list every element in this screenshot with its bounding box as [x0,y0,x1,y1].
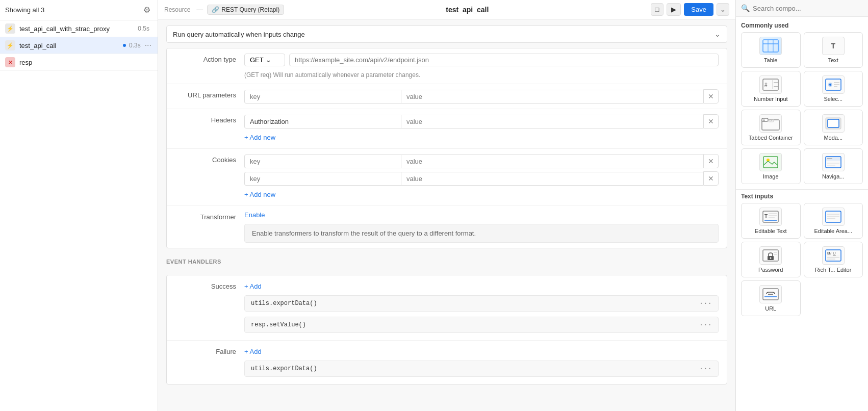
failure-content: + Add utils.exportData() ··· [244,346,719,379]
component-card-url[interactable]: URL [741,280,801,316]
component-card-editable-area[interactable]: Editable Area... [804,203,863,239]
component-card-number-input[interactable]: # — — Number Input [741,71,801,107]
chevron-down-icon: ⌄ [714,30,721,38]
sidebar-list: ⚡ test_api_call_with_strac_proxy 0.5s ⚡ … [0,20,158,411]
text-inputs-label: Text inputs [736,189,868,203]
component-card-text[interactable]: T Text [804,32,863,68]
action-type-content: GET ⌄ (GET req) Will run automatically w… [244,54,719,79]
cookies-value-input-2[interactable] [401,172,703,186]
run-button[interactable]: ▶ [667,3,681,16]
cookies-value-input-1[interactable] [401,155,703,168]
action-type-select[interactable]: GET ⌄ [244,54,285,66]
table-label: Table [764,57,777,63]
event-handlers-section: Success + Add utils.exportData() ··· res… [166,275,727,384]
headers-add-new-button[interactable]: + Add new [244,132,719,143]
action-type-label: Action type [175,54,236,63]
top-bar-actions: □ ▶ Save ⌄ [651,3,730,16]
navigate-label: Naviga... [822,173,844,179]
component-card-modal[interactable]: Moda... [804,110,863,145]
text-label: Text [828,57,838,63]
save-button[interactable]: Save [684,3,713,16]
run-query-text: Run query automatically when inputs chan… [173,31,714,38]
image-icon [759,153,782,171]
text-inputs-grid: T Editable Text Editable Area... [736,203,868,321]
url-params-value-input[interactable] [401,90,703,104]
cookies-add-new-button[interactable]: + Add new [244,189,719,200]
chevron-button[interactable]: ⌄ [717,3,729,16]
component-card-rich-text[interactable]: B I U Rich T... Editor [804,242,863,277]
url-label: URL [765,305,776,312]
sidebar-item-test-api-call[interactable]: ⚡ test_api_call 0.3s ··· [0,37,158,54]
editable-area-label: Editable Area... [814,228,852,234]
filter-button[interactable]: ⚙ [141,4,152,16]
headers-content: ✕ + Add new [244,114,719,143]
failure-add-button[interactable]: + Add [244,346,719,357]
component-card-table[interactable]: Table [741,32,801,68]
action-type-section: Action type GET ⌄ (GET req) Will run aut… [166,48,727,248]
component-card-image[interactable]: Image [741,148,801,184]
component-card-tabbed-container[interactable]: A B Tabbed Container [741,110,801,145]
enable-link[interactable]: Enable [244,211,719,219]
modal-label: Moda... [824,135,843,141]
number-input-icon: # — — [759,75,782,94]
sidebar-item-test-api-call-with-strac-proxy[interactable]: ⚡ test_api_call_with_strac_proxy 0.5s [0,20,158,37]
url-params-label: URL parameters [175,89,236,99]
success-handler-1: utils.exportData() ··· [244,295,719,312]
component-card-navigate[interactable]: Naviga... [804,148,863,184]
rest-icon: 🔗 [212,6,219,13]
headers-value-input[interactable] [401,115,703,129]
failure-handler-1: utils.exportData() ··· [244,361,719,377]
more-options-button[interactable]: ··· [144,41,152,50]
failure-row: Failure + Add utils.exportData() ··· [167,341,727,384]
svg-rect-35 [826,211,841,222]
cookies-key-input-2[interactable] [244,172,401,186]
headers-key-input[interactable] [244,115,401,129]
run-query-bar[interactable]: Run query automatically when inputs chan… [166,25,727,43]
success-row: Success + Add utils.exportData() ··· res… [167,275,727,341]
success-label: Success [175,280,236,290]
top-bar: Resource — 🔗 REST Query (Retapi) test_ap… [158,0,735,19]
lightning-icon: ⚡ [5,23,15,34]
success-handler-more-1[interactable]: ··· [699,299,712,307]
sidebar-item-resp[interactable]: ✕ resp [0,54,158,71]
item-time-2: 0.3s [129,42,141,49]
modal-icon [822,114,845,133]
failure-handler-code-1: utils.exportData() [251,365,317,372]
left-sidebar: Showing all 3 ⚙ ⚡ test_api_call_with_str… [0,0,158,411]
success-handler-more-2[interactable]: ··· [699,321,712,329]
svg-rect-21 [828,119,839,127]
svg-text:U: U [833,251,836,255]
headers-delete-button[interactable]: ✕ [703,114,719,129]
cookies-key-input-1[interactable] [244,155,401,168]
component-card-select[interactable]: Selec... [804,71,863,107]
resource-label: Resource [164,6,190,13]
tabbed-container-label: Tabbed Container [749,135,793,141]
cookies-delete-button-2[interactable]: ✕ [703,171,719,186]
item-name-3: resp [19,59,152,66]
resource-tag-text: REST Query (Retapi) [221,6,279,13]
select-icon [822,75,845,94]
url-params-delete-button[interactable]: ✕ [703,89,719,104]
resource-tag[interactable]: 🔗 REST Query (Retapi) [207,5,284,15]
search-components-bar: 🔍 [736,0,868,17]
search-components-input[interactable] [753,5,863,12]
component-card-editable-text[interactable]: T Editable Text [741,203,801,239]
expand-button[interactable]: □ [651,3,664,16]
sidebar-header: Showing all 3 ⚙ [0,0,158,20]
failure-handler-more-1[interactable]: ··· [699,365,712,373]
action-type-controls: GET ⌄ [244,54,719,66]
image-label: Image [763,173,779,179]
component-card-password[interactable]: Password [741,242,801,277]
svg-rect-22 [763,157,778,168]
form-area: Run query automatically when inputs chan… [158,19,735,411]
url-params-key-input[interactable] [244,90,401,104]
success-add-button[interactable]: + Add [244,280,719,292]
hint-text: (GET req) Will run automatically wheneve… [244,71,719,79]
editable-area-icon [822,208,845,226]
headers-label: Headers [175,114,236,124]
cookies-delete-button-1[interactable]: ✕ [703,154,719,168]
api-title: test_api_call [288,6,646,14]
url-input[interactable] [289,54,719,66]
headers-kv-row: ✕ [244,114,719,129]
svg-point-41 [770,258,772,259]
